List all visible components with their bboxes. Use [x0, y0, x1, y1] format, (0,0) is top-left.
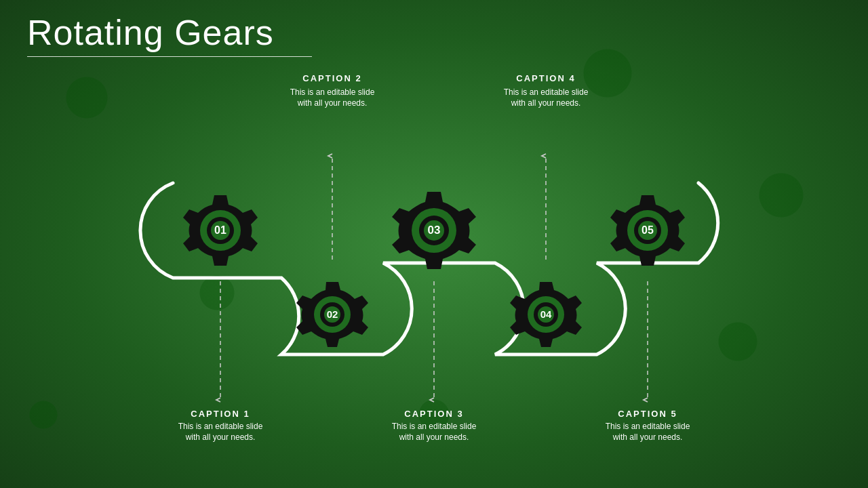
caption2-line2: with all your needs.	[297, 98, 368, 108]
slide-container: Rotating Gears	[0, 0, 868, 488]
caption1-line2: with all your needs.	[185, 432, 256, 442]
caption2-line1: This is an editable slide	[290, 87, 375, 97]
caption2-title: CAPTION 2	[302, 73, 361, 83]
gear-01: 01	[183, 195, 258, 266]
caption5-title: CAPTION 5	[618, 409, 677, 419]
svg-text:03: 03	[428, 224, 441, 237]
caption5-line1: This is an editable slide	[606, 422, 690, 431]
caption4-title: CAPTION 4	[516, 73, 575, 83]
caption3-title: CAPTION 3	[404, 409, 463, 419]
gear-03: 03	[392, 192, 476, 269]
caption5-line2: with all your needs.	[612, 432, 683, 442]
svg-text:04: 04	[540, 308, 552, 320]
caption3-line2: with all your needs.	[399, 432, 469, 442]
svg-text:05: 05	[642, 224, 654, 236]
caption3-line1: This is an editable slide	[392, 422, 477, 431]
caption4-line2: with all your needs.	[511, 98, 581, 108]
caption1-line1: This is an editable slide	[178, 422, 263, 431]
svg-text:02: 02	[327, 308, 338, 320]
caption1-title: CAPTION 1	[191, 409, 250, 419]
caption4-line1: This is an editable slide	[504, 87, 589, 97]
main-diagram: 01 02 03 04	[0, 0, 868, 488]
svg-text:01: 01	[214, 224, 226, 236]
gear-05: 05	[610, 195, 685, 266]
gear-02: 02	[296, 282, 368, 347]
